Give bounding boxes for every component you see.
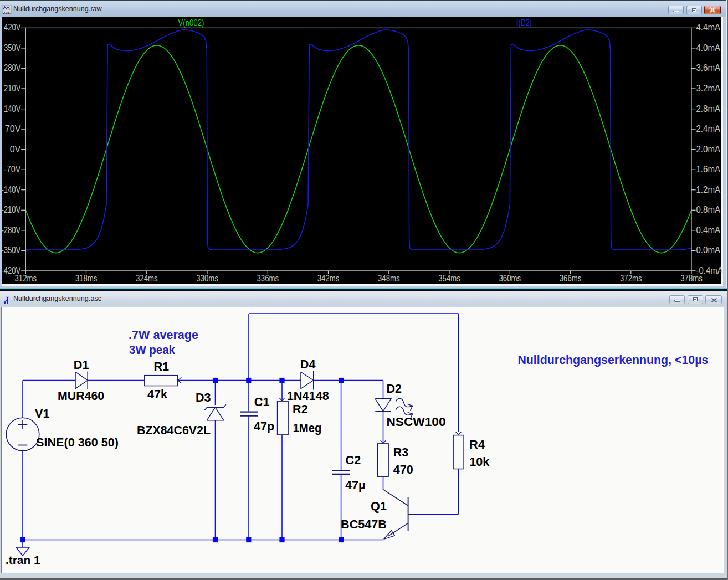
svg-text:D3: D3 <box>196 391 211 404</box>
svg-text:420V: 420V <box>4 23 20 32</box>
svg-text:330ms: 330ms <box>196 274 218 283</box>
svg-text:360ms: 360ms <box>499 274 521 283</box>
svg-text:R2: R2 <box>293 402 308 416</box>
svg-text:312ms: 312ms <box>15 274 37 283</box>
svg-text:Q1: Q1 <box>371 499 387 513</box>
svg-text:2.4mA: 2.4mA <box>696 124 721 134</box>
svg-text:-70V: -70V <box>4 165 20 174</box>
svg-text:C1: C1 <box>254 395 270 409</box>
svg-text:324ms: 324ms <box>136 274 158 283</box>
svg-text:D4: D4 <box>300 357 316 371</box>
svg-text:2.0mA: 2.0mA <box>696 145 721 154</box>
svg-text:Nulldurchgangserkennung, <10µs: Nulldurchgangserkennung, <10µs <box>517 353 708 367</box>
svg-text:280V: 280V <box>4 63 20 73</box>
svg-text:47p: 47p <box>254 419 274 433</box>
svg-text:MUR460: MUR460 <box>58 389 104 403</box>
svg-text:C2: C2 <box>346 453 361 467</box>
svg-text:1.2mA: 1.2mA <box>696 185 721 194</box>
svg-text:3.6mA: 3.6mA <box>696 63 721 73</box>
svg-text:D1: D1 <box>74 358 89 372</box>
svg-text:10k: 10k <box>469 455 490 469</box>
svg-text:0V: 0V <box>10 145 21 154</box>
svg-text:BZX84C6V2L: BZX84C6V2L <box>137 423 211 437</box>
svg-text:1.6mA: 1.6mA <box>696 165 721 174</box>
svg-text:372ms: 372ms <box>620 274 642 283</box>
svg-text:348ms: 348ms <box>378 274 400 283</box>
svg-text:354ms: 354ms <box>438 274 460 283</box>
svg-text:NSCW100: NSCW100 <box>387 415 446 429</box>
svg-text:336ms: 336ms <box>257 274 279 283</box>
svg-text:47µ: 47µ <box>345 478 365 492</box>
svg-text:378ms: 378ms <box>680 274 703 283</box>
svg-text:210V: 210V <box>4 84 20 93</box>
svg-text:2.8mA: 2.8mA <box>696 104 721 114</box>
svg-text:0.8mA: 0.8mA <box>696 205 721 214</box>
svg-text:-140V: -140V <box>1 185 20 194</box>
svg-text:D2: D2 <box>387 382 402 396</box>
svg-text:.tran 1: .tran 1 <box>6 553 40 566</box>
svg-text:-210V: -210V <box>1 205 20 214</box>
svg-text:47k: 47k <box>147 387 168 401</box>
svg-text:R1: R1 <box>153 360 169 373</box>
svg-text:318ms: 318ms <box>75 274 98 283</box>
svg-text:4.0mA: 4.0mA <box>696 43 721 53</box>
svg-text:.7W average: .7W average <box>129 328 198 342</box>
svg-text:BC547B: BC547B <box>341 517 387 531</box>
svg-text:0.0mA: 0.0mA <box>696 245 721 255</box>
svg-text:V1: V1 <box>35 407 49 420</box>
svg-text:SINE(0 360 50): SINE(0 360 50) <box>36 435 119 449</box>
svg-text:1Meg: 1Meg <box>293 421 322 435</box>
svg-text:366ms: 366ms <box>560 274 582 283</box>
svg-text:1N4148: 1N4148 <box>287 389 329 403</box>
svg-text:-280V: -280V <box>1 225 20 235</box>
svg-text:470: 470 <box>393 463 413 476</box>
svg-text:V(n002): V(n002) <box>178 18 204 28</box>
svg-text:R4: R4 <box>469 438 485 451</box>
svg-text:3W peak: 3W peak <box>129 343 176 357</box>
svg-text:3.2mA: 3.2mA <box>696 84 721 93</box>
svg-text:342ms: 342ms <box>317 274 340 283</box>
svg-text:-350V: -350V <box>1 245 20 255</box>
svg-text:0.4mA: 0.4mA <box>696 225 721 235</box>
svg-text:350V: 350V <box>4 43 20 53</box>
svg-text:140V: 140V <box>4 104 20 114</box>
svg-text:R3: R3 <box>393 445 409 459</box>
svg-text:I(D2): I(D2) <box>516 18 532 28</box>
svg-text:70V: 70V <box>5 124 21 134</box>
svg-text:4.4mA: 4.4mA <box>696 23 721 32</box>
